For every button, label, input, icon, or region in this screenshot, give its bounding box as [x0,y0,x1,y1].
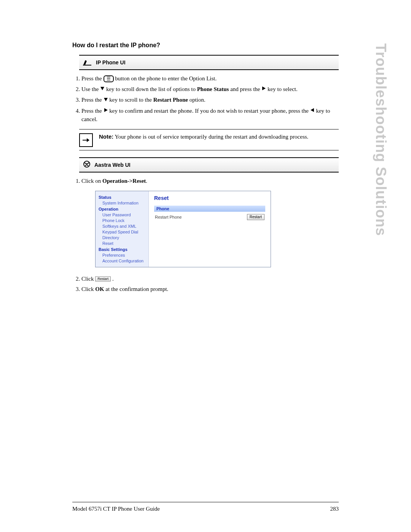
sidebar-group-status: Status [99,195,146,200]
webui-screenshot: Status System Information Operation User… [95,191,271,267]
phone-ui-steps: Press the ☰ button on the phone to enter… [72,75,339,124]
note-text: Your phone is out of service temporarily… [115,134,309,140]
step-1: Press the ☰ button on the phone to enter… [81,75,339,83]
svg-marker-2 [262,86,266,90]
footer-rule [72,502,339,502]
svg-marker-5 [311,108,314,112]
webui-main: Reset Phone Restart Phone Restart [149,191,271,267]
inline-restart-button-icon: Restart [95,276,111,281]
sidebar-item-reset[interactable]: Reset [102,241,146,246]
step-4: Press the key to confirm and restart the… [81,107,339,124]
sidebar-group-basic-settings: Basic Settings [99,247,146,252]
svg-marker-1 [100,87,104,90]
left-arrow-icon [310,107,315,115]
sidebar-item-directory[interactable]: Directory [102,235,146,240]
page-footer: Model 6757i CT IP Phone User Guide 283 [72,506,339,512]
section-aastra-web-ui: Aastra Web UI [79,157,339,173]
sidebar-item-softkeys-xml[interactable]: Softkeys and XML [102,224,146,228]
side-tab-title: Troubleshooting Solutions [373,43,389,236]
svg-marker-7 [87,138,89,142]
step-2: Use the key to scroll down the list of o… [81,85,339,94]
hand-writing-icon [83,58,92,67]
restart-button[interactable]: Restart [247,214,264,220]
globe-icon [83,160,91,169]
section-label: Aastra Web UI [94,162,131,168]
sidebar-item-user-password[interactable]: User Password [102,212,146,217]
sidebar-item-system-information[interactable]: System Information [102,201,146,205]
note-label: Note: [99,133,113,140]
options-button-icon: ☰ [104,75,114,82]
webui-subheader: Phone [154,206,265,212]
svg-marker-4 [104,108,108,112]
step-3: Press the key to scroll to the Restart P… [81,96,339,104]
sidebar-item-keypad-speed-dial[interactable]: Keypad Speed Dial [102,230,146,234]
sidebar-item-preferences[interactable]: Preferences [102,253,146,257]
webui-row-label: Restart Phone [155,215,182,219]
note-block: Note: Your phone is out of service tempo… [79,129,339,150]
sidebar-item-phone-lock[interactable]: Phone Lock [102,218,146,223]
sidebar-group-operation: Operation [99,207,146,211]
footer-page-number: 283 [330,506,339,512]
web-step-1: Click on Operation->Reset. [81,177,339,185]
sidebar-item-account-configuration[interactable]: Account Configuration [102,259,146,263]
footer-left: Model 6757i CT IP Phone User Guide [72,506,160,512]
down-arrow-icon [100,85,105,93]
svg-rect-0 [83,65,91,66]
section-ip-phone-ui: IP Phone UI [79,55,339,70]
right-arrow-icon [261,85,266,93]
web-step-2: Click Restart . [81,275,339,283]
right-arrow-icon [104,107,108,115]
webui-row-restart: Restart Phone Restart [154,212,265,220]
note-arrow-icon [79,133,93,147]
svg-marker-3 [104,98,108,101]
web-ui-steps-cont: Click Restart . Click OK at the confirma… [72,275,339,294]
webui-title: Reset [154,195,265,201]
section-label: IP Phone UI [96,59,126,66]
web-ui-steps: Click on Operation->Reset. [72,177,339,185]
webui-sidebar: Status System Information Operation User… [96,191,149,267]
down-arrow-icon [104,96,108,104]
web-step-3: Click OK at the confirmation prompt. [81,285,339,294]
page-heading: How do I restart the IP phone? [72,42,339,49]
